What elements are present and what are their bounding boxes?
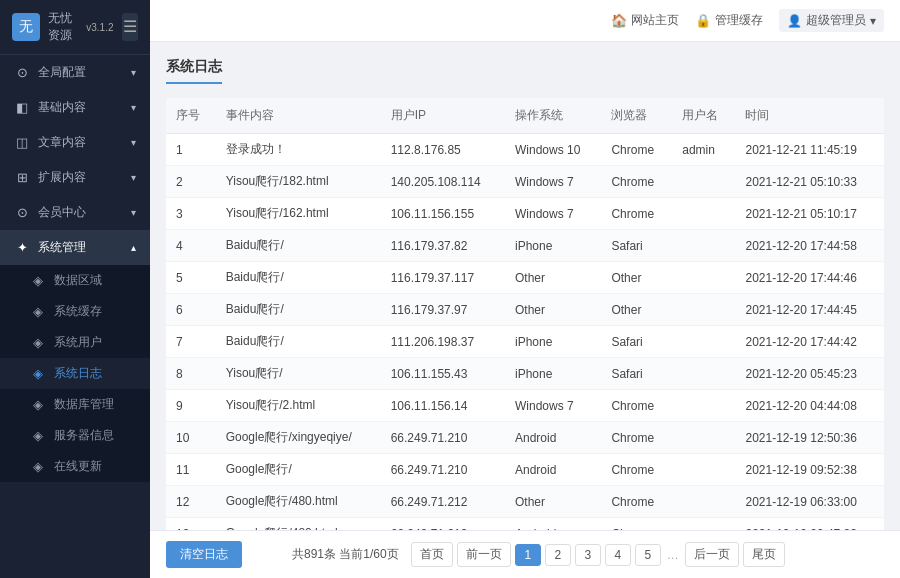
cache-icon: 🔒 [695,13,711,28]
cell-ip: 66.249.71.210 [381,422,505,454]
cell-time: 2021-12-20 17:44:58 [735,230,884,262]
col-username: 用户名 [672,98,735,134]
sidebar-item-会员中心[interactable]: ⊙ 会员中心 ▾ [0,195,150,230]
page-button-2[interactable]: 2 [545,544,571,566]
cell-event: Google爬行/ [216,454,381,486]
sidebar: 无 无忧资源 v3.1.2 ☰ ⊙ 全局配置 ▾ ◧ 基础内容 ▾ ◫ 文章内容… [0,0,150,578]
sidebar-item-系统用户[interactable]: ◈ 系统用户 [0,327,150,358]
cell-browser: Safari [601,326,672,358]
topbar: 🏠 网站主页 🔒 管理缓存 👤 超级管理员 ▾ [150,0,900,42]
table-row: 1 登录成功！ 112.8.176.85 Windows 10 Chrome a… [166,134,884,166]
prev-page-button[interactable]: 前一页 [457,542,511,567]
cell-time: 2021-12-19 12:50:36 [735,422,884,454]
cell-os: Other [505,486,601,518]
table-row: 9 Yisou爬行/2.html 106.11.156.14 Windows 7… [166,390,884,422]
cell-ip: 116.179.37.97 [381,294,505,326]
log-icon: ◈ [30,366,46,381]
clear-log-button[interactable]: 清空日志 [166,541,242,568]
cell-event: Google爬行/480.html [216,486,381,518]
app-logo-icon: 无 [12,13,40,41]
sidebar-label: 扩展内容 [38,169,86,186]
sidebar-item-系统管理[interactable]: ✦ 系统管理 ▴ [0,230,150,265]
chevron-down-icon: ▾ [131,102,136,113]
cell-os: iPhone [505,358,601,390]
cell-username [672,294,735,326]
sidebar-item-全局配置[interactable]: ⊙ 全局配置 ▾ [0,55,150,90]
col-event: 事件内容 [216,98,381,134]
col-time: 时间 [735,98,884,134]
table-row: 8 Yisou爬行/ 106.11.155.43 iPhone Safari 2… [166,358,884,390]
sidebar-item-基础内容[interactable]: ◧ 基础内容 ▾ [0,90,150,125]
cell-browser: Other [601,262,672,294]
table-row: 4 Baidu爬行/ 116.179.37.82 iPhone Safari 2… [166,230,884,262]
sidebar-label: 系统管理 [38,239,86,256]
cell-time: 2021-12-20 17:44:42 [735,326,884,358]
app-version: v3.1.2 [86,22,113,33]
sidebar-item-系统日志[interactable]: ◈ 系统日志 [0,358,150,389]
next-page-button[interactable]: 后一页 [685,542,739,567]
cell-time: 2021-12-20 17:44:46 [735,262,884,294]
sidebar-item-数据库管理[interactable]: ◈ 数据库管理 [0,389,150,420]
cell-ip: 106.11.156.14 [381,390,505,422]
log-table-wrap: 序号 事件内容 用户IP 操作系统 浏览器 用户名 时间 1 登录成功！ 112… [166,98,884,530]
chevron-down-icon: ▾ [131,207,136,218]
cell-ip: 66.249.71.212 [381,518,505,531]
sidebar-item-文章内容[interactable]: ◫ 文章内容 ▾ [0,125,150,160]
cell-os: Windows 7 [505,198,601,230]
cell-event: Baidu爬行/ [216,294,381,326]
sidebar-label: 全局配置 [38,64,86,81]
cell-os: Android [505,422,601,454]
first-page-button[interactable]: 首页 [411,542,453,567]
home-link[interactable]: 🏠 网站主页 [611,12,679,29]
cell-id: 9 [166,390,216,422]
cell-time: 2021-12-20 04:44:08 [735,390,884,422]
page-button-3[interactable]: 3 [575,544,601,566]
cell-time: 2021-12-19 09:52:38 [735,454,884,486]
sidebar-item-在线更新[interactable]: ◈ 在线更新 [0,451,150,482]
page-button-5[interactable]: 5 [635,544,661,566]
page-title: 系统日志 [166,58,222,84]
log-table: 序号 事件内容 用户IP 操作系统 浏览器 用户名 时间 1 登录成功！ 112… [166,98,884,530]
content-area: 系统日志 序号 事件内容 用户IP 操作系统 浏览器 用户名 时间 [150,42,900,530]
sidebar-item-扩展内容[interactable]: ⊞ 扩展内容 ▾ [0,160,150,195]
page-button-4[interactable]: 4 [605,544,631,566]
cell-ip: 111.206.198.37 [381,326,505,358]
home-label: 网站主页 [631,12,679,29]
manager-label: 管理缓存 [715,12,763,29]
cell-browser: Chrome [601,134,672,166]
cell-os: Windows 7 [505,390,601,422]
cell-browser: Safari [601,230,672,262]
cell-browser: Chrome [601,166,672,198]
cell-os: Windows 7 [505,166,601,198]
cell-browser: Chrome [601,422,672,454]
cell-os: iPhone [505,326,601,358]
db-icon: ◈ [30,397,46,412]
cache-link[interactable]: 🔒 管理缓存 [695,12,763,29]
last-page-button[interactable]: 尾页 [743,542,785,567]
sidebar-item-系统缓存[interactable]: ◈ 系统缓存 [0,296,150,327]
user-menu[interactable]: 👤 超级管理员 ▾ [779,9,884,32]
sidebar-label: 系统用户 [54,334,102,351]
users-icon: ◈ [30,335,46,350]
cell-os: Android [505,518,601,531]
sidebar-label: 文章内容 [38,134,86,151]
cell-browser: Chrome [601,198,672,230]
page-dots: … [665,548,681,562]
sidebar-logo: 无 无忧资源 v3.1.2 ☰ [0,0,150,55]
sidebar-label: 服务器信息 [54,427,114,444]
cell-event: Yisou爬行/182.html [216,166,381,198]
cell-username [672,230,735,262]
page-button-1[interactable]: 1 [515,544,541,566]
menu-toggle-button[interactable]: ☰ [122,13,138,41]
cell-event: Baidu爬行/ [216,230,381,262]
sidebar-label: 基础内容 [38,99,86,116]
cell-ip: 106.11.155.43 [381,358,505,390]
sidebar-item-数据区域[interactable]: ◈ 数据区域 [0,265,150,296]
cell-username [672,326,735,358]
table-row: 13 Google爬行/480.html 66.249.71.212 Andro… [166,518,884,531]
sidebar-item-服务器信息[interactable]: ◈ 服务器信息 [0,420,150,451]
cell-id: 3 [166,198,216,230]
cell-username [672,262,735,294]
cell-id: 13 [166,518,216,531]
cell-username [672,198,735,230]
